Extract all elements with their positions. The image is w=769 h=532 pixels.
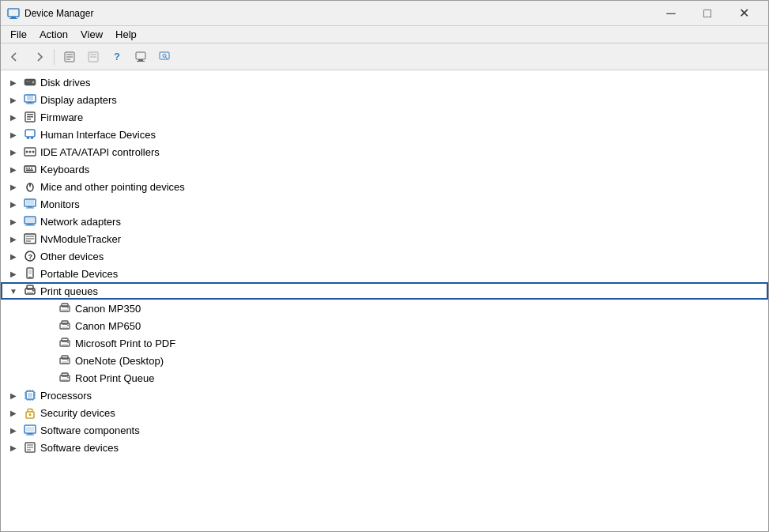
tree-item-security[interactable]: Security devices bbox=[1, 404, 768, 421]
tree-item-disk-drives[interactable]: Disk drives bbox=[1, 74, 768, 91]
svg-rect-76 bbox=[62, 361, 68, 363]
svg-rect-44 bbox=[26, 208, 34, 209]
tree-item-keyboards[interactable]: Keyboards bbox=[1, 160, 768, 178]
label-nvmodule: NvModuleTracker bbox=[40, 233, 121, 245]
toggle-security[interactable] bbox=[7, 406, 20, 419]
icon-ms-print-pdf bbox=[58, 337, 72, 349]
svg-rect-75 bbox=[62, 356, 68, 359]
svg-rect-33 bbox=[25, 166, 36, 172]
tree-item-root-print[interactable]: Root Print Queue bbox=[1, 369, 768, 387]
update-driver-button[interactable] bbox=[130, 47, 152, 67]
tree-item-network[interactable]: Network adapters bbox=[1, 213, 768, 230]
svg-rect-2 bbox=[9, 18, 17, 19]
tree-item-display-adapters[interactable]: Display adapters bbox=[1, 91, 768, 108]
toggle-disk-drives[interactable] bbox=[7, 76, 20, 89]
toggle-nvmodule[interactable] bbox=[7, 232, 20, 245]
svg-rect-83 bbox=[28, 393, 32, 398]
icon-print-queues bbox=[23, 285, 37, 297]
toggle-other[interactable] bbox=[7, 250, 20, 262]
svg-rect-24 bbox=[27, 116, 33, 118]
svg-rect-20 bbox=[28, 102, 32, 104]
close-button[interactable]: ✕ bbox=[726, 1, 762, 26]
toggle-processors[interactable] bbox=[7, 389, 20, 402]
svg-rect-72 bbox=[62, 344, 68, 345]
svg-rect-12 bbox=[137, 61, 145, 62]
label-ide: IDE ATA/ATAPI controllers bbox=[40, 146, 160, 158]
tree-item-portable[interactable]: Portable Devices bbox=[1, 265, 768, 282]
toggle-display-adapters[interactable] bbox=[7, 93, 20, 106]
tree-item-nvmodule[interactable]: NvModuleTracker bbox=[1, 230, 768, 247]
device-tree[interactable]: Disk drives Display adapters bbox=[1, 70, 768, 531]
svg-rect-79 bbox=[62, 373, 68, 376]
icon-network bbox=[23, 215, 37, 228]
tree-item-monitors[interactable]: Monitors bbox=[1, 195, 768, 213]
menu-action[interactable]: Action bbox=[33, 27, 74, 42]
toggle-ide[interactable] bbox=[7, 145, 20, 158]
maximize-button[interactable]: □ bbox=[689, 1, 726, 26]
toggle-software-comp[interactable] bbox=[7, 424, 20, 436]
svg-rect-50 bbox=[26, 236, 34, 237]
tree-item-ide[interactable]: IDE ATA/ATAPI controllers bbox=[1, 143, 768, 160]
tree-item-software-dev[interactable]: Software devices bbox=[1, 439, 768, 456]
tree-item-print-queues[interactable]: Print queues bbox=[1, 282, 768, 300]
label-hid: Human Interface Devices bbox=[40, 129, 156, 141]
disable-button[interactable] bbox=[82, 47, 104, 67]
tree-item-processors[interactable]: Processors bbox=[1, 387, 768, 404]
svg-rect-68 bbox=[62, 326, 68, 328]
svg-rect-47 bbox=[27, 224, 33, 225]
svg-rect-80 bbox=[62, 379, 68, 380]
help-button[interactable]: ? bbox=[106, 47, 128, 67]
svg-rect-101 bbox=[26, 435, 34, 436]
scan-button[interactable] bbox=[153, 47, 175, 67]
icon-ide bbox=[23, 145, 37, 158]
forward-button[interactable] bbox=[28, 47, 50, 67]
svg-rect-1 bbox=[11, 17, 16, 18]
tree-item-canon-mp350[interactable]: Canon MP350 bbox=[1, 300, 768, 317]
label-monitors: Monitors bbox=[40, 198, 80, 210]
svg-rect-36 bbox=[31, 168, 32, 169]
toggle-monitors[interactable] bbox=[7, 198, 20, 210]
toggle-firmware[interactable] bbox=[7, 111, 20, 123]
menu-file[interactable]: File bbox=[4, 27, 33, 42]
properties-button[interactable] bbox=[58, 47, 81, 67]
menu-view[interactable]: View bbox=[74, 27, 109, 42]
menu-help[interactable]: Help bbox=[109, 27, 143, 42]
back-button[interactable] bbox=[4, 47, 26, 67]
icon-other: ? bbox=[23, 250, 37, 262]
tree-item-onenote[interactable]: OneNote (Desktop) bbox=[1, 352, 768, 369]
minimize-button[interactable]: ─ bbox=[653, 1, 689, 26]
toggle-software-dev[interactable] bbox=[7, 441, 20, 454]
svg-rect-23 bbox=[27, 114, 33, 115]
tree-item-other[interactable]: ? Other devices bbox=[1, 247, 768, 265]
toggle-portable[interactable] bbox=[7, 267, 20, 280]
icon-canon-mp350 bbox=[58, 302, 72, 315]
svg-rect-43 bbox=[28, 206, 32, 208]
label-disk-drives: Disk drives bbox=[40, 77, 91, 89]
toggle-hid[interactable] bbox=[7, 128, 20, 141]
tree-item-ms-print-pdf[interactable]: Microsoft Print to PDF bbox=[1, 334, 768, 352]
label-portable: Portable Devices bbox=[40, 268, 118, 280]
toggle-mice[interactable] bbox=[7, 180, 20, 193]
svg-rect-10 bbox=[136, 52, 145, 59]
toggle-network[interactable] bbox=[7, 215, 20, 228]
icon-monitors bbox=[23, 198, 37, 210]
toolbar-sep-1 bbox=[54, 49, 55, 65]
toggle-keyboards[interactable] bbox=[7, 163, 20, 175]
label-security: Security devices bbox=[40, 407, 115, 419]
tree-item-firmware[interactable]: Firmware bbox=[1, 108, 768, 126]
tree-item-software-comp[interactable]: Software components bbox=[1, 421, 768, 439]
tree-item-hid[interactable]: Human Interface Devices bbox=[1, 126, 768, 143]
toggle-print-queues[interactable] bbox=[7, 285, 20, 297]
menu-bar: File Action View Help bbox=[1, 26, 768, 43]
icon-processors bbox=[23, 389, 37, 402]
svg-rect-52 bbox=[26, 240, 31, 242]
svg-rect-27 bbox=[27, 137, 29, 139]
label-display-adapters: Display adapters bbox=[40, 94, 117, 106]
icon-portable bbox=[23, 267, 37, 280]
tree-item-canon-mp650[interactable]: Canon MP650 bbox=[1, 317, 768, 334]
icon-keyboards bbox=[23, 163, 37, 175]
svg-rect-51 bbox=[26, 238, 34, 240]
svg-point-16 bbox=[32, 81, 35, 84]
main-content: Disk drives Display adapters bbox=[1, 70, 768, 531]
tree-item-mice[interactable]: Mice and other pointing devices bbox=[1, 178, 768, 195]
